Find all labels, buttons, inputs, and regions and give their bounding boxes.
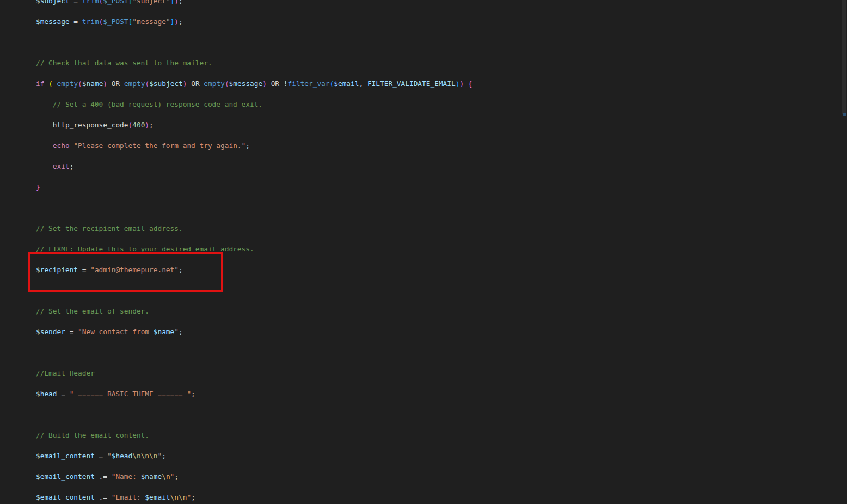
code-line: $email_content .= "Email: $email\n\n";: [36, 487, 472, 504]
scrollbar-thumb[interactable]: [842, 0, 846, 114]
code-line: $message = trim($_POST["message"]);: [36, 11, 472, 32]
code-token: $email_content: [36, 472, 95, 481]
code-token: (: [48, 79, 53, 88]
code-line: $email_content = "$head\n\n\n";: [36, 446, 472, 466]
code-token: (: [145, 79, 149, 88]
code-token: ;: [179, 0, 183, 5]
code-token: OR: [187, 79, 204, 88]
code-token: ): [145, 121, 149, 129]
code-token: [44, 79, 48, 88]
code-line: $recipient = "admin@themepure.net";: [36, 260, 472, 280]
code-line: [36, 32, 472, 53]
code-token: ;: [179, 17, 183, 26]
code-token: http_response_code: [36, 121, 128, 129]
code-token: $head: [36, 390, 57, 398]
code-token: $name: [141, 472, 162, 481]
code-token: if: [36, 79, 44, 88]
code-line: // Set a 400 (bad request) response code…: [36, 94, 472, 115]
code-token: [36, 142, 53, 150]
code-token: 400: [132, 121, 145, 129]
code-line: exit;: [36, 156, 472, 177]
scrollbar-decoration: [843, 113, 846, 116]
code-token: =: [95, 452, 107, 460]
code-token: exit: [53, 162, 70, 170]
code-token: [36, 100, 53, 108]
code-token: ;: [162, 452, 166, 460]
scrollbar[interactable]: [840, 0, 847, 504]
code-line: [36, 342, 472, 363]
code-token: }: [36, 183, 40, 191]
code-token: filter_var: [287, 79, 329, 88]
code-token: ;: [191, 493, 195, 501]
code-line: // Check that data was sent to the maile…: [36, 53, 472, 73]
code-token: echo: [53, 142, 70, 150]
code-line: // Build the email content.: [36, 425, 472, 446]
code-token: ): [174, 17, 179, 26]
code-token: FILTER_VALIDATE_EMAIL: [367, 79, 456, 88]
code-token: (: [78, 79, 82, 88]
code-token: $head: [112, 452, 133, 460]
code-token: ): [459, 79, 464, 88]
code-editor[interactable]: $subject = trim($_POST["subject"]);$mess…: [0, 0, 847, 504]
code-token: // FIXME: Update this to your desired em…: [36, 245, 254, 253]
code-token: ;: [174, 472, 179, 481]
code-token: "New contact from: [78, 328, 154, 336]
code-token: $recipient: [36, 266, 78, 274]
code-token: ;: [179, 266, 183, 274]
code-token: ): [262, 79, 267, 88]
code-line: $sender = "New contact from $name";: [36, 322, 472, 342]
code-token: empty: [124, 79, 145, 88]
code-token: $message: [36, 17, 70, 26]
code-token: // Set the recipient email address.: [36, 224, 183, 232]
code-token: "Please complete the form and try again.…: [73, 142, 245, 150]
code-token: $email: [334, 79, 359, 88]
code-token: \n\n\n: [132, 452, 157, 460]
code-line: //Email Header: [36, 363, 472, 384]
code-token: ;: [70, 162, 74, 170]
code-token: trim: [82, 0, 99, 5]
code-token: ": [187, 493, 191, 501]
code-token: ;: [245, 142, 250, 150]
code-line: $head = " ====== BASIC THEME ====== ";: [36, 384, 472, 404]
code-token: \n\n: [170, 493, 187, 501]
code-token: {: [468, 79, 472, 88]
code-token: $subject: [149, 79, 183, 88]
code-token: [464, 79, 468, 88]
code-line: $subject = trim($_POST["subject"]);: [36, 0, 472, 11]
code-token: ": [174, 328, 179, 336]
panel-border-line: [3, 0, 3, 504]
code-line: [36, 280, 472, 301]
code-token: $email_content: [36, 452, 95, 460]
code-line: [36, 404, 472, 425]
code-token: OR: [107, 79, 124, 88]
code-token: $name: [82, 79, 103, 88]
code-line: if ( empty($name) OR empty($subject) OR …: [36, 73, 472, 94]
code-token: [36, 162, 53, 170]
code-line: echo "Please complete the form and try a…: [36, 136, 472, 156]
code-token: $email: [145, 493, 170, 501]
code-token: ;: [191, 390, 195, 398]
code-token: =: [65, 328, 78, 336]
code-token: (: [225, 79, 229, 88]
code-token: ): [174, 0, 179, 5]
code-lines: $subject = trim($_POST["subject"]);$mess…: [36, 0, 472, 504]
code-token: // Set the email of sender.: [36, 307, 149, 315]
code-token: trim: [82, 17, 99, 26]
code-line: [36, 198, 472, 218]
code-token: "message": [132, 17, 170, 26]
code-token: "Email:: [112, 493, 145, 501]
code-token: "Name:: [112, 472, 141, 481]
code-token: .=: [95, 493, 112, 501]
code-token: [53, 79, 57, 88]
code-line: http_response_code(400);: [36, 115, 472, 136]
code-token: ): [103, 79, 107, 88]
code-token: ": [107, 452, 112, 460]
code-token: //Email Header: [36, 369, 95, 377]
code-token: ,: [359, 79, 367, 88]
code-token: $message: [229, 79, 263, 88]
code-token: \n: [162, 472, 170, 481]
code-token: $_POST: [103, 0, 128, 5]
code-line: // Set the recipient email address.: [36, 218, 472, 239]
code-token: empty: [204, 79, 225, 88]
code-token: =: [57, 390, 70, 398]
